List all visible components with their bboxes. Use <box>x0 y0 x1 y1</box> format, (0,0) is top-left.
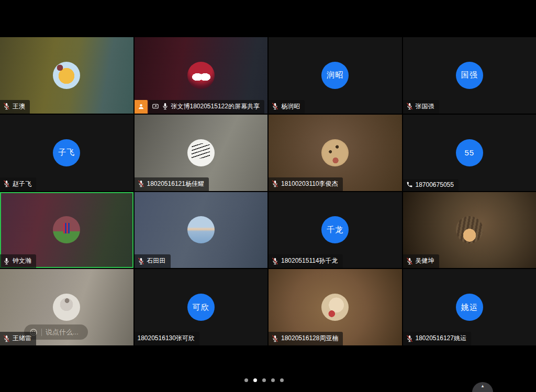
participant-tile[interactable]: 石田田 <box>135 192 268 268</box>
name-label: 王澳 <box>0 100 30 114</box>
participant-tile[interactable]: 王澳 <box>0 37 133 114</box>
name-label-row: 张国强 <box>403 100 439 114</box>
mic-muted-icon <box>406 335 413 342</box>
avatar <box>187 139 215 166</box>
name-label-row: 18020516128周亚楠 <box>269 332 343 345</box>
participant-tile[interactable]: 子飞 <box>0 115 133 191</box>
name-label-row: 王澳 <box>0 100 30 114</box>
participant-tile[interactable]: 18100203110李俊杰 <box>269 115 402 191</box>
participant-tile[interactable]: 钟文瀚 <box>0 192 133 268</box>
name-label-row: 18020516121杨佳耀 <box>135 177 209 191</box>
avatar: 润昭 <box>321 62 349 89</box>
name-label: 杨润昭 <box>269 100 305 114</box>
participant-name: 18020516121杨佳耀 <box>147 180 204 188</box>
mic-muted-icon <box>3 335 10 342</box>
mic-muted-icon <box>138 180 144 187</box>
participant-name: 王绪雷 <box>13 334 31 343</box>
participant-name: 张文博18020515122的屏幕共享 <box>171 102 260 111</box>
name-label-row: 赵子飞 <box>0 177 36 191</box>
participant-name: 18020516130张可欣 <box>138 334 195 343</box>
mic-muted-icon <box>272 180 278 187</box>
mic-muted-icon <box>406 103 413 110</box>
name-label-row: 杨润昭 <box>269 100 305 114</box>
name-label: 18020516121杨佳耀 <box>135 177 209 191</box>
participant-tile[interactable]: 可欣 <box>135 269 268 345</box>
participant-tile[interactable]: 千龙 <box>269 192 402 268</box>
participant-tile[interactable]: 国强 <box>403 37 536 114</box>
name-label: 18700675055 <box>403 179 459 191</box>
name-label-row: 钟文瀚 <box>0 254 36 268</box>
participant-name: 赵子飞 <box>13 180 31 188</box>
participant-name: 18700675055 <box>416 181 454 188</box>
participant-grid: 王澳 <box>0 37 536 345</box>
participant-tile[interactable]: 润昭 <box>269 37 402 114</box>
mic-muted-icon <box>3 180 10 187</box>
participant-name: 18020516128周亚楠 <box>281 334 338 343</box>
mic-muted-icon <box>272 335 278 342</box>
name-label: 18100203110李俊杰 <box>269 177 343 191</box>
participant-tile[interactable]: 18020516128周亚楠 <box>269 269 402 345</box>
page-dot[interactable] <box>271 378 275 382</box>
mic-on-icon <box>162 103 169 110</box>
participant-name: 杨润昭 <box>281 102 300 111</box>
phone-icon <box>406 181 413 188</box>
chevron-up-icon: ▴ <box>482 382 484 392</box>
name-label-row: 吴健坤 <box>403 254 439 268</box>
avatar: 国强 <box>456 62 483 89</box>
name-label-row: 18020516130张可欣 <box>135 332 199 345</box>
page-dot[interactable] <box>244 378 248 382</box>
avatar: 可欣 <box>187 294 215 321</box>
name-label: 张国强 <box>403 100 439 114</box>
avatar <box>187 216 215 243</box>
avatar <box>53 216 80 243</box>
name-label: 张文博18020515122的屏幕共享 <box>149 100 264 114</box>
page-indicator <box>0 378 528 382</box>
mic-muted-icon <box>272 103 278 110</box>
participant-tile[interactable]: 说点什么... 王绪雷 <box>0 269 133 345</box>
avatar <box>187 62 215 89</box>
avatar: 子飞 <box>53 139 80 166</box>
name-label: 18020516128周亚楠 <box>269 332 343 345</box>
participant-name: 18100203110李俊杰 <box>281 180 338 188</box>
participant-tile[interactable]: 姚运 <box>403 269 536 345</box>
name-label-row: 18700675055 <box>403 179 459 191</box>
name-label: 18020516127姚运 <box>403 332 471 345</box>
participant-tile[interactable]: 55 <box>403 115 536 191</box>
mic-on-icon <box>3 257 10 265</box>
name-label-row: 石田田 <box>135 254 171 268</box>
name-label: 18020516130张可欣 <box>135 332 199 345</box>
avatar: 55 <box>456 139 483 166</box>
name-label-row: 王绪雷 <box>0 332 36 345</box>
participant-tile[interactable]: 张文博18020515122的屏幕共享 <box>135 37 268 114</box>
mic-muted-icon <box>272 257 278 265</box>
name-label-row: 18020516127姚运 <box>403 332 471 345</box>
name-label-row: 张文博18020515122的屏幕共享 <box>135 100 264 114</box>
participant-name: 张国强 <box>416 102 434 111</box>
presenter-badge-icon <box>135 100 148 114</box>
participant-name: 吴健坤 <box>416 256 434 265</box>
participant-name: 钟文瀚 <box>13 256 31 265</box>
avatar <box>53 294 80 321</box>
avatar: 千龙 <box>321 216 349 243</box>
name-label: 石田田 <box>135 254 171 268</box>
participant-name: 石田田 <box>147 256 166 265</box>
name-label-row: 18020515114孙千龙 <box>269 254 343 268</box>
name-label: 18020515114孙千龙 <box>269 254 343 268</box>
page-dot[interactable] <box>280 378 284 382</box>
avatar: 姚运 <box>456 294 483 321</box>
name-label-row: 18100203110李俊杰 <box>269 177 343 191</box>
chat-placeholder: 说点什么... <box>46 328 79 337</box>
page-dot[interactable] <box>253 378 257 382</box>
participant-tile[interactable]: 18020516121杨佳耀 <box>135 115 268 191</box>
name-label: 赵子飞 <box>0 177 36 191</box>
divider <box>41 329 42 336</box>
mic-muted-icon <box>3 103 10 110</box>
more-options-button[interactable]: ▴ <box>472 382 493 392</box>
page-dot[interactable] <box>262 378 266 382</box>
participant-name: 18020515114孙千龙 <box>281 256 338 265</box>
participant-tile[interactable]: 吴健坤 <box>403 192 536 268</box>
mic-muted-icon <box>138 257 144 265</box>
participant-name: 王澳 <box>13 102 25 111</box>
screen-share-icon <box>152 103 159 110</box>
participant-name: 18020516127姚运 <box>416 334 466 343</box>
